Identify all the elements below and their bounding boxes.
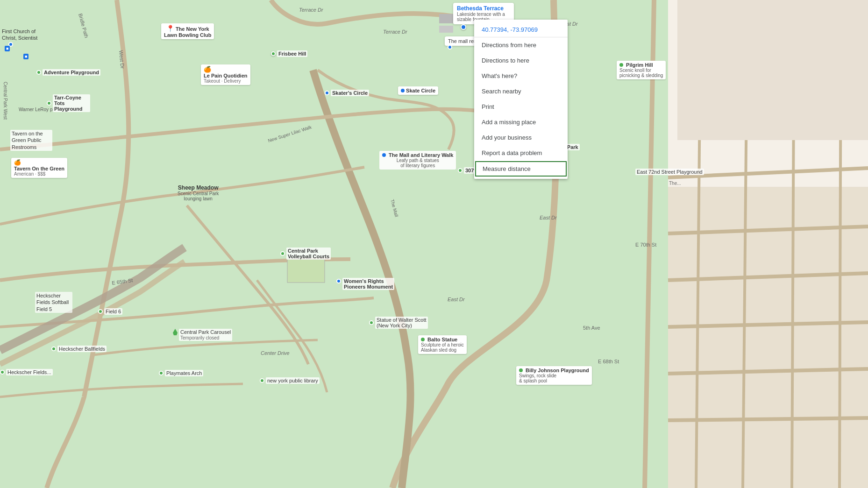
carousel-label: Central Park CarouselTemporarily closed [173, 329, 232, 341]
billy-johnson-label: Billy Johnson Playground Swings, rock sl… [516, 366, 592, 385]
add-business-item[interactable]: Add your business [474, 130, 568, 145]
svg-text:Terrace Dr: Terrace Dr [299, 7, 324, 13]
svg-rect-7 [677, 0, 868, 140]
first-church-label: First Church of Christ, Scientist [2, 28, 39, 42]
svg-text:Center Drive: Center Drive [261, 350, 290, 356]
pilgrim-hill-label: Pilgrim Hill Scenic knoll forpicnicking … [617, 61, 666, 79]
sheep-meadow-label: Sheep Meadow Scenic Central Parklounging… [178, 184, 219, 201]
ny-public-library-label: new york public library [260, 377, 320, 384]
balto-statue-label: Balto Statue Sculpture of a heroicAlaska… [418, 335, 467, 354]
volleyball-courts-label: Central ParkVolleyball Courts [280, 248, 331, 260]
svg-text:The...: The... [669, 181, 681, 186]
skaters-circle-label: Skater's Circle [325, 90, 369, 96]
skate-circle-marker: Skate Circle [398, 86, 438, 95]
heckscher-fields-label: Heckscher Fields... [0, 369, 53, 375]
playmates-arch-label: Playmates Arch [159, 370, 203, 376]
mall-restrooms-marker [448, 45, 452, 50]
svg-text:East Dr: East Dr [540, 215, 557, 220]
bethesda-marker [461, 24, 466, 30]
directions-to-item[interactable]: Directions to here [474, 53, 568, 68]
map-container: Terrace Dr Terrace Dr East Dr East Dr Ea… [0, 0, 868, 488]
svg-text:E 68th St: E 68th St [598, 359, 619, 364]
tavern-restaurant-label: 🍊 Tavern On the Green American · $$$ [11, 158, 67, 178]
directions-from-item[interactable]: Directions from here [474, 37, 568, 53]
e72-playground-label: East 72nd Street Playground [635, 167, 704, 176]
svg-text:Terrace Dr: Terrace Dr [383, 29, 408, 35]
heckscher-ballfields-label: Heckscher Ballfields [51, 346, 107, 352]
svg-rect-4 [287, 259, 325, 283]
svg-text:Central Park West: Central Park West [3, 82, 8, 120]
womens-rights-label: Women's RightsPioneers Monument [336, 278, 394, 290]
svg-text:5th Ave: 5th Ave [583, 325, 600, 331]
transit-marker-1: ■ [5, 46, 10, 51]
svg-rect-6 [439, 26, 453, 33]
frisbee-hill-label: Frisbee Hill [271, 50, 307, 57]
heckscher-softball-label: Heckscher Fields Softball Field 5 [35, 292, 72, 313]
svg-rect-1 [0, 0, 677, 488]
mall-literary-label: The Mall and Literary Walk Leafy path & … [379, 151, 456, 170]
context-menu: 40.77394, -73.97069 Directions from here… [474, 20, 568, 179]
walter-scott-label: Statue of Walter Scott(New York City) [369, 317, 428, 329]
transit-marker-2: ■ [23, 54, 28, 59]
bowling-club-label: 📍 The New YorkLawn Bowling Club [161, 23, 214, 39]
le-pain-label: 🍊 Le Pain Quotidien Takeout · Delivery [201, 64, 250, 85]
svg-text:East Dr: East Dr [448, 297, 465, 302]
tavern-restrooms-label: Tavern on the Green Public Restrooms [10, 130, 52, 151]
adventure-playground-label: Adventure Playground [36, 69, 100, 76]
field6-label: Field 6 [98, 308, 122, 315]
search-nearby-item[interactable]: Search nearby [474, 84, 568, 99]
svg-rect-5 [439, 14, 453, 23]
tarr-coyne-label: Tarr-Coyne Tots Playground [47, 94, 90, 112]
print-item[interactable]: Print [474, 99, 568, 114]
svg-text:E 70th St: E 70th St [635, 242, 656, 248]
measure-distance-item[interactable]: Measure distance [475, 161, 567, 177]
report-data-item[interactable]: Report a data problem [474, 145, 568, 161]
coords-item[interactable]: 40.77394, -73.97069 [474, 21, 568, 37]
add-missing-place-item[interactable]: Add a missing place [474, 114, 568, 130]
whats-here-item[interactable]: What's here? [474, 68, 568, 84]
